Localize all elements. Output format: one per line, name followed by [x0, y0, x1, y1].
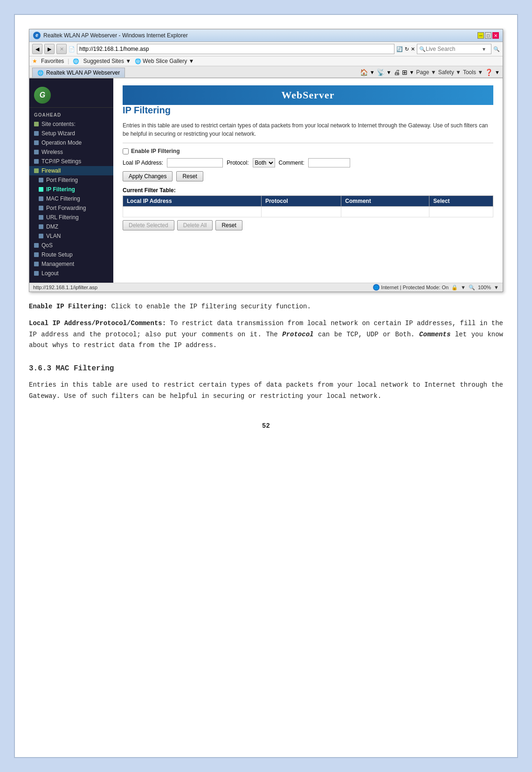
page-button[interactable]: Page ▼: [416, 69, 436, 76]
security-dropdown[interactable]: ▼: [461, 285, 466, 290]
sidebar-item-mac-filtering[interactable]: MAC Filtering: [29, 194, 113, 203]
sidebar-item-port-forwarding[interactable]: Port Forwarding: [29, 203, 113, 213]
favorites-button[interactable]: Favorites: [41, 58, 64, 64]
stop-button[interactable]: ✕: [56, 44, 67, 54]
sidebar-item-wireless[interactable]: Wireless: [29, 147, 113, 157]
sidebar-item-tcpip[interactable]: TCP/IP Settings: [29, 157, 113, 166]
enable-filter-row: Enable IP Filtering: [123, 148, 493, 154]
action-buttons-row: Apply Changes Reset: [123, 171, 493, 181]
doc-icon: [39, 215, 43, 220]
address-input[interactable]: [77, 44, 394, 54]
close-button[interactable]: ✕: [492, 32, 499, 39]
status-right: 🌐 Internet | Protected Mode: On 🔒 ▼ 🔍 10…: [373, 284, 499, 291]
zoom-dropdown[interactable]: ▼: [494, 285, 499, 290]
sidebar-item-route-setup[interactable]: Route Setup: [29, 250, 113, 259]
doc-icon: [39, 206, 43, 210]
rss-icon[interactable]: 📡: [377, 69, 385, 76]
help-dropdown[interactable]: ▼: [495, 70, 500, 75]
status-left: http://192.168.1.1/ipfilter.asp: [33, 285, 97, 290]
stop-nav-icon: ✕: [411, 46, 415, 52]
web-slice-gallery[interactable]: 🌐 Web Slice Gallery ▼: [135, 58, 194, 64]
table-header-row: Local IP Address Protocol Comment Select: [123, 196, 493, 207]
zoom-icon: 🔍: [469, 285, 475, 291]
monitor-icon: [34, 122, 39, 126]
sidebar-item-management[interactable]: Management: [29, 259, 113, 269]
sidebar-item-port-filtering[interactable]: Port Filtering: [29, 175, 113, 185]
sidebar-item-ip-filtering[interactable]: IP Filtering: [29, 185, 113, 194]
main-content: WebServer IP Filtering Entries in this t…: [113, 78, 503, 283]
minimize-button[interactable]: ─: [477, 32, 484, 39]
doc-content: Enable IP Filtering: Click to enable the…: [29, 301, 503, 432]
delete-selected-button[interactable]: Delete Selected: [123, 220, 174, 230]
delete-all-button[interactable]: Delete All: [177, 220, 213, 230]
favorites-bar: ★ Favorites | 🌐 Suggested Sites ▼ 🌐 Web …: [29, 56, 503, 66]
sidebar-item-firewall[interactable]: Firewall: [29, 166, 113, 175]
rss-dropdown[interactable]: ▼: [387, 70, 392, 75]
star-icon: ★: [32, 58, 37, 64]
sidebar-item-url-filtering[interactable]: URL Filtering: [29, 213, 113, 222]
protocol-select[interactable]: Both TCP UDP: [253, 158, 275, 167]
search-dropdown-icon[interactable]: ▼: [482, 47, 486, 52]
view-dropdown[interactable]: ▼: [409, 70, 415, 75]
enable-ip-label-bold: Enable IP Filtering:: [29, 303, 107, 310]
status-url: http://192.168.1.1/ipfilter.asp: [33, 285, 97, 290]
print-icon[interactable]: 🖨: [394, 69, 400, 76]
filter-table: Local IP Address Protocol Comment Select: [123, 195, 493, 217]
suggested-sites-icon: 🌐: [73, 58, 79, 64]
apply-changes-button[interactable]: Apply Changes: [123, 171, 173, 181]
doc-para1: Enable IP Filtering: Click to enable the…: [29, 301, 503, 313]
enable-ip-filtering-checkbox[interactable]: [123, 148, 129, 154]
globe-icon: 🌐: [373, 284, 380, 291]
comment-input[interactable]: [308, 158, 350, 167]
help-icon[interactable]: ❓: [485, 69, 493, 76]
doc-icon: [39, 196, 43, 201]
browser-titlebar: e Realtek WLAN AP Webserver - Windows In…: [29, 29, 503, 42]
mac-filtering-desc: Entries in this table are used to restri…: [29, 380, 503, 402]
home-icon[interactable]: 🏠: [360, 69, 368, 76]
tools-button[interactable]: Tools ▼: [463, 69, 483, 76]
sidebar-item-qos[interactable]: QoS: [29, 241, 113, 250]
page-title: IP Filtering: [123, 105, 493, 116]
browser-title: e Realtek WLAN AP Webserver - Windows In…: [33, 32, 188, 39]
zoom-level: 100%: [478, 285, 491, 290]
page-wrapper: e Realtek WLAN AP Webserver - Windows In…: [14, 14, 518, 758]
mac-filtering-title: 3.6.3 MAC Filtering: [29, 362, 503, 375]
ie-icon: e: [33, 32, 41, 39]
sidebar-section-header: Site contents:: [29, 119, 113, 129]
suggested-sites[interactable]: Suggested Sites ▼: [83, 58, 131, 64]
col-comment: Comment: [341, 196, 429, 207]
search-input[interactable]: [426, 46, 482, 52]
browser-content: G GOAHEAD Site contents: Setup Wizard Op…: [29, 78, 503, 283]
reset-button[interactable]: Reset: [176, 171, 203, 181]
doc-para2: Local IP Address/Protocol/Comments: To r…: [29, 318, 503, 351]
table-reset-button[interactable]: Reset: [215, 220, 242, 230]
slice-icon: 🌐: [135, 58, 141, 64]
loal-ip-input[interactable]: [167, 158, 223, 167]
browser-controls[interactable]: ─ □ ✕: [477, 32, 499, 39]
forward-button[interactable]: ▶: [44, 44, 55, 54]
active-tab[interactable]: 🌐 Realtek WLAN AP Webserver: [32, 68, 125, 77]
maximize-button[interactable]: □: [485, 32, 491, 39]
doc-icon: [34, 140, 39, 145]
doc-icon: [34, 271, 39, 276]
page-number: 52: [29, 421, 503, 432]
back-button[interactable]: ◀: [32, 44, 42, 54]
sidebar-item-setup-wizard[interactable]: Setup Wizard: [29, 129, 113, 138]
folder-icon: [34, 168, 39, 173]
logo-icon: G: [34, 87, 51, 104]
enable-ip-filtering-label[interactable]: Enable IP Filtering: [123, 148, 180, 154]
table-row-empty: [123, 207, 493, 217]
view-icon[interactable]: ⊞: [402, 69, 408, 76]
search-box[interactable]: 🔍 ▼: [417, 44, 491, 54]
filter-table-section: Current Filter Table: Local IP Address P…: [123, 187, 493, 230]
sidebar-item-dmz[interactable]: DMZ: [29, 222, 113, 231]
current-filter-title: Current Filter Table:: [123, 187, 493, 194]
col-select: Select: [429, 196, 493, 207]
search-go-icon: 🔍: [493, 46, 500, 52]
sidebar-item-logout[interactable]: Logout: [29, 269, 113, 278]
sidebar-item-operation-mode[interactable]: Operation Mode: [29, 138, 113, 147]
tab-icon: 🌐: [37, 70, 44, 76]
sidebar-item-vlan[interactable]: VLAN: [29, 231, 113, 241]
safety-button[interactable]: Safety ▼: [438, 69, 461, 76]
page-icon: 📄: [69, 46, 75, 52]
